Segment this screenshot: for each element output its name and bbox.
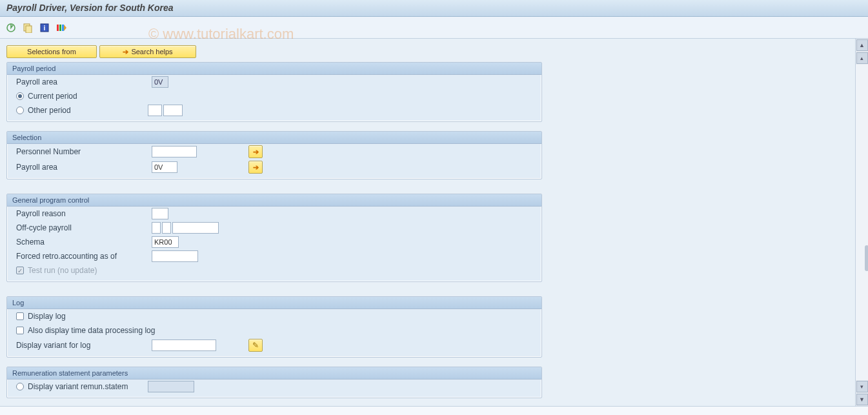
label-selection-payroll-area: Payroll area xyxy=(16,163,152,172)
radio-display-variant-remun[interactable] xyxy=(16,383,24,390)
display-variant-log-input[interactable] xyxy=(152,339,216,351)
checkbox-display-log[interactable] xyxy=(16,312,24,320)
app-toolbar: i xyxy=(0,17,868,39)
pencil-icon: ✎ xyxy=(252,341,259,350)
svg-rect-7 xyxy=(62,25,64,31)
info-icon[interactable]: i xyxy=(39,22,50,34)
scroll-page-down-icon[interactable]: ▾ xyxy=(856,381,868,392)
selection-options-icon[interactable] xyxy=(56,22,67,34)
multiple-selection-personnel[interactable]: ➔ xyxy=(248,145,263,158)
svg-rect-6 xyxy=(59,25,61,31)
multiple-selection-payroll-area[interactable]: ➔ xyxy=(248,161,263,174)
group-title-remuneration: Remuneration statement parameters xyxy=(7,367,541,380)
arrow-right-icon: ➔ xyxy=(123,48,128,56)
group-general-program-control: General program control Payroll reason O… xyxy=(6,194,542,282)
svg-rect-5 xyxy=(57,25,59,31)
group-log: Log Display log Also display time data p… xyxy=(6,296,542,358)
offcycle-input-c[interactable] xyxy=(172,222,219,234)
offcycle-input-a[interactable] xyxy=(152,222,161,234)
group-selection: Selection Personnel Number ➔ Payroll are… xyxy=(6,131,542,179)
radio-other-period[interactable] xyxy=(16,106,24,114)
label-time-data-log: Also display time data processing log xyxy=(28,326,155,335)
checkbox-time-data-log[interactable] xyxy=(16,327,24,334)
group-remuneration: Remuneration statement parameters Displa… xyxy=(6,367,542,398)
execute-icon[interactable] xyxy=(5,22,17,34)
scroll-track[interactable] xyxy=(856,65,868,380)
selections-from-button[interactable]: Selections from xyxy=(6,45,97,58)
svg-text:i: i xyxy=(44,25,46,32)
svg-rect-2 xyxy=(26,26,32,33)
payroll-area-input[interactable] xyxy=(152,76,168,88)
label-payroll-reason: Payroll reason xyxy=(16,209,152,218)
personnel-number-input[interactable] xyxy=(152,146,197,157)
content-area: Selections from ➔ Search helps Payroll p… xyxy=(0,39,855,406)
label-current-period: Current period xyxy=(28,92,77,101)
forced-retro-input[interactable] xyxy=(152,250,198,262)
selections-from-label: Selections from xyxy=(27,48,76,56)
arrow-right-icon: ➔ xyxy=(253,163,259,172)
remun-variant-input[interactable] xyxy=(148,381,194,392)
label-forced-retro: Forced retro.accounting as of xyxy=(16,252,152,261)
payroll-reason-input[interactable] xyxy=(152,208,168,219)
radio-current-period[interactable] xyxy=(16,92,24,100)
group-title-payroll-period: Payroll period xyxy=(7,63,541,75)
search-helps-button[interactable]: ➔ Search helps xyxy=(99,45,196,58)
label-payroll-area: Payroll area xyxy=(16,77,152,86)
group-title-log: Log xyxy=(7,297,541,309)
label-personnel-number: Personnel Number xyxy=(16,147,152,156)
scroll-handle[interactable] xyxy=(865,245,868,271)
label-display-variant-log: Display variant for log xyxy=(16,341,152,350)
label-display-log: Display log xyxy=(28,312,66,321)
vertical-scrollbar[interactable]: ▲ ▴ ▾ ▼ xyxy=(855,39,868,406)
group-title-general: General program control xyxy=(7,194,541,207)
schema-input[interactable] xyxy=(152,236,179,248)
page-title: Payroll Driver, Version for South Korea xyxy=(0,0,868,17)
group-title-selection: Selection xyxy=(7,132,541,144)
scroll-down-icon[interactable]: ▼ xyxy=(856,394,868,405)
label-other-period: Other period xyxy=(28,106,148,115)
status-bar xyxy=(0,406,868,415)
search-helps-label: Search helps xyxy=(131,48,172,56)
label-display-variant-remun: Display variant remun.statem xyxy=(28,382,148,391)
other-period-input-a[interactable] xyxy=(148,105,162,116)
scroll-page-up-icon[interactable]: ▴ xyxy=(856,52,868,64)
get-variant-icon[interactable] xyxy=(22,22,34,34)
selection-payroll-area-input[interactable] xyxy=(152,161,177,173)
other-period-input-b[interactable] xyxy=(163,105,183,116)
group-payroll-period: Payroll period Payroll area Current peri… xyxy=(6,62,542,122)
scroll-up-icon[interactable]: ▲ xyxy=(856,39,868,51)
label-test-run: Test run (no update) xyxy=(28,266,97,275)
edit-variant-button[interactable]: ✎ xyxy=(248,339,263,352)
label-schema: Schema xyxy=(16,238,152,247)
checkbox-test-run xyxy=(16,267,24,274)
offcycle-input-b[interactable] xyxy=(162,222,171,234)
label-offcycle: Off-cycle payroll xyxy=(16,223,152,232)
arrow-right-icon: ➔ xyxy=(253,148,259,156)
